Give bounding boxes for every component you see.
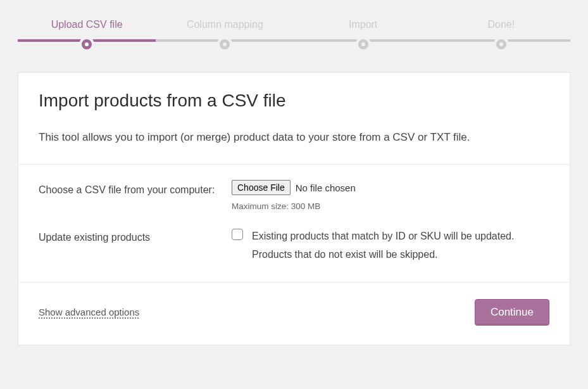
step-dot-icon [217,37,232,52]
step-done: Done! [432,19,570,54]
step-label: Done! [432,19,570,30]
card-body: Choose a CSV file from your computer: Ch… [18,165,570,283]
import-card: Import products from a CSV file This too… [18,72,570,345]
card-footer: Show advanced options Continue [18,283,570,345]
file-row: Choose a CSV file from your computer: Ch… [39,180,549,211]
choose-file-button[interactable]: Choose File [232,180,291,195]
step-dot-icon [494,37,509,52]
step-upload[interactable]: Upload CSV file [18,19,156,54]
show-advanced-options-link[interactable]: Show advanced options [39,307,139,317]
file-field-label: Choose a CSV file from your computer: [39,180,232,198]
step-label: Import [294,19,432,30]
step-column-mapping: Column mapping [156,19,294,54]
update-existing-checkbox[interactable] [232,229,243,240]
file-status: No file chosen [296,182,356,193]
continue-button[interactable]: Continue [475,299,549,326]
step-dot-icon [79,37,94,52]
update-field-label: Update existing products [39,227,232,246]
update-row: Update existing products Existing produc… [39,227,549,264]
step-label: Upload CSV file [18,19,156,30]
step-label: Column mapping [156,19,294,30]
file-size-hint: Maximum size: 300 MB [232,201,549,211]
file-field-control: Choose File No file chosen Maximum size:… [232,180,549,211]
page-title: Import products from a CSV file [39,91,549,111]
update-existing-description: Existing products that match by ID or SK… [252,227,549,264]
step-dot-icon [356,37,371,52]
page-description: This tool allows you to import (or merge… [39,131,549,144]
step-import: Import [294,19,432,54]
update-field-control: Existing products that match by ID or SK… [232,227,549,264]
import-wizard: Upload CSV file Column mapping Import Do… [0,0,588,345]
stepper: Upload CSV file Column mapping Import Do… [18,0,570,54]
card-header: Import products from a CSV file This too… [18,73,570,165]
